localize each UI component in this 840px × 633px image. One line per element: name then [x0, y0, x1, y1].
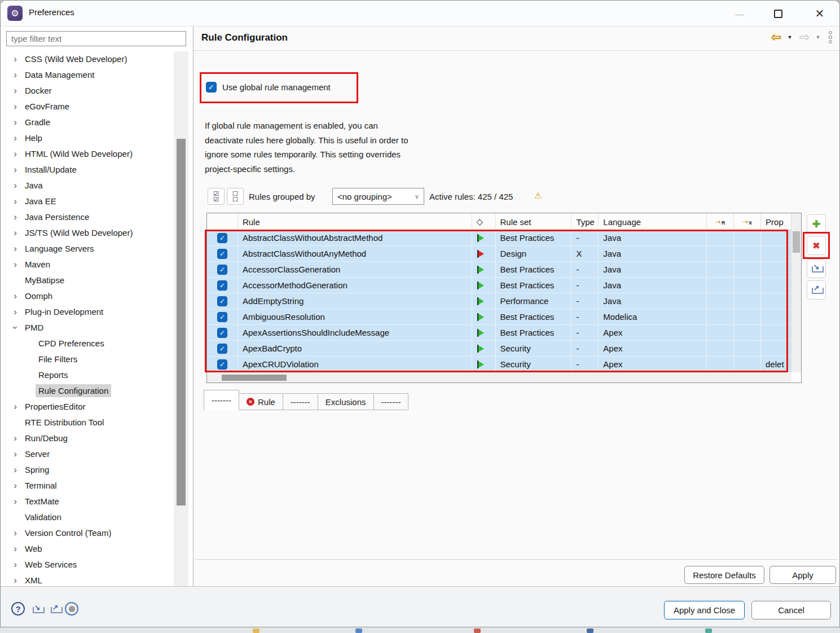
- minimize-button[interactable]: —: [731, 5, 748, 22]
- rule-checkbox-cell[interactable]: ✓: [207, 230, 238, 246]
- column-header-fx[interactable]: ⇢X: [734, 213, 761, 230]
- sidebar-item-propertieseditor[interactable]: ›PropertiesEditor: [1, 398, 173, 414]
- close-button[interactable]: ✕: [811, 5, 828, 22]
- rule-checkbox-cell[interactable]: ✓: [207, 246, 238, 262]
- sidebar-item-pmd[interactable]: ›PMD: [1, 319, 173, 335]
- table-row-apexassertionsshouldincludemessage[interactable]: ✓ApexAssertionsShouldIncludeMessageBest …: [207, 325, 791, 341]
- apply-and-close-button[interactable]: Apply and Close: [664, 601, 745, 619]
- rule-checkbox-cell[interactable]: ✓: [207, 293, 238, 309]
- sidebar-item-js-ts-wild-web-developer[interactable]: ›JS/TS (Wild Web Developer): [1, 225, 173, 240]
- table-row-ambiguousresolution[interactable]: ✓AmbiguousResolutionBest Practices-Model…: [207, 309, 791, 325]
- tree-chevron-icon[interactable]: ›: [8, 433, 22, 443]
- tree-chevron-icon[interactable]: ›: [8, 86, 22, 95]
- table-vertical-scrollbar[interactable]: [791, 213, 801, 372]
- import-rules-button[interactable]: ↘: [807, 259, 826, 278]
- help-button[interactable]: ?: [11, 602, 25, 616]
- tree-chevron-icon[interactable]: ›: [8, 196, 22, 206]
- tree-chevron-icon[interactable]: ›: [8, 117, 22, 127]
- column-header-flag[interactable]: ◇: [472, 213, 496, 230]
- view-menu-icon[interactable]: [826, 30, 835, 45]
- grouping-combo[interactable]: <no grouping> ∨: [332, 188, 424, 205]
- tree-chevron-icon[interactable]: ›: [8, 228, 22, 238]
- tree-chevron-icon[interactable]: ›: [8, 165, 22, 174]
- sidebar-item-java-ee[interactable]: ›Java EE: [1, 193, 173, 209]
- sidebar-item-version-control-team[interactable]: ›Version Control (Team): [1, 525, 173, 540]
- table-row-accessorclassgeneration[interactable]: ✓AccessorClassGenerationBest Practices-J…: [207, 262, 791, 278]
- tree-chevron-icon[interactable]: ›: [8, 212, 22, 222]
- rule-checkbox[interactable]: ✓: [217, 296, 227, 306]
- tree-chevron-icon[interactable]: ›: [8, 307, 22, 316]
- table-vertical-scrollbar-thumb[interactable]: [793, 231, 800, 253]
- sidebar-item-rule-configuration[interactable]: Rule Configuration: [1, 383, 173, 398]
- tab-dashes-2[interactable]: -------: [283, 393, 318, 410]
- tree-chevron-icon[interactable]: ›: [8, 102, 22, 111]
- cancel-button[interactable]: Cancel: [751, 601, 831, 619]
- sidebar-item-css-wild-web-developer[interactable]: ›CSS (Wild Web Developer): [1, 51, 173, 67]
- rule-checkbox-cell[interactable]: ✓: [207, 309, 238, 325]
- tree-chevron-icon[interactable]: ›: [8, 54, 22, 64]
- tab-exclusions[interactable]: Exclusions: [318, 393, 374, 410]
- sidebar-item-validation[interactable]: Validation: [1, 509, 173, 525]
- export-preferences-button[interactable]: ↗: [48, 602, 63, 617]
- sidebar-scrollbar-thumb[interactable]: [177, 139, 186, 505]
- maximize-button[interactable]: [769, 5, 786, 22]
- sidebar-item-oomph[interactable]: ›Oomph: [1, 288, 173, 304]
- tree-chevron-icon[interactable]: ›: [8, 575, 22, 585]
- rule-checkbox[interactable]: ✓: [217, 344, 227, 354]
- rule-checkbox[interactable]: ✓: [217, 280, 227, 291]
- tree-chevron-icon[interactable]: ›: [8, 70, 22, 80]
- column-header-name[interactable]: Rule: [238, 213, 472, 230]
- sidebar-item-install-update[interactable]: ›Install/Update: [1, 161, 173, 177]
- rule-checkbox-cell[interactable]: ✓: [207, 325, 238, 341]
- rule-checkbox[interactable]: ✓: [217, 233, 227, 243]
- back-history-dropdown-icon[interactable]: ▼: [785, 30, 795, 45]
- table-row-apexbadcrypto[interactable]: ✓ApexBadCryptoSecurity-Apex: [207, 341, 791, 357]
- tree-chevron-icon[interactable]: ›: [8, 402, 22, 411]
- sidebar-item-java-persistence[interactable]: ›Java Persistence: [1, 209, 173, 225]
- rule-checkbox[interactable]: ✓: [217, 359, 227, 370]
- tree-chevron-icon[interactable]: ›: [8, 260, 22, 269]
- preference-recorder-button[interactable]: [65, 602, 78, 616]
- tab-rule[interactable]: ✕Rule: [239, 393, 283, 410]
- tree-chevron-icon[interactable]: ›: [8, 181, 22, 190]
- rule-checkbox[interactable]: ✓: [217, 265, 227, 275]
- table-row-accessormethodgeneration[interactable]: ✓AccessorMethodGenerationBest Practices-…: [207, 278, 791, 293]
- table-row-addemptystring[interactable]: ✓AddEmptyStringPerformance-Java: [207, 293, 791, 309]
- forward-history-dropdown-icon[interactable]: ▼: [813, 30, 823, 45]
- sidebar-item-rte-distribution-tool[interactable]: RTE Distribution Tool: [1, 414, 173, 430]
- sidebar-item-reports[interactable]: Reports: [1, 367, 173, 383]
- sidebar-item-html-wild-web-developer[interactable]: ›HTML (Wild Web Developer): [1, 146, 173, 161]
- delete-rule-button[interactable]: ✖: [807, 236, 826, 255]
- tree-chevron-icon[interactable]: ›: [8, 496, 22, 506]
- sidebar-item-run-debug[interactable]: ›Run/Debug: [1, 430, 173, 446]
- sidebar-item-spring[interactable]: ›Spring: [1, 461, 173, 477]
- use-global-rule-management-row[interactable]: ✓ Use global rule management: [206, 82, 331, 93]
- export-rules-button[interactable]: ↗: [807, 280, 826, 300]
- sidebar-scrollbar[interactable]: [174, 51, 188, 586]
- restore-defaults-button[interactable]: Restore Defaults: [684, 566, 764, 584]
- deselect-all-rules-button[interactable]: ☐ ☐: [227, 188, 244, 205]
- tree-chevron-icon[interactable]: ›: [11, 320, 20, 334]
- column-header-ruleset[interactable]: Rule set: [496, 213, 572, 230]
- table-horizontal-scrollbar-thumb[interactable]: [222, 375, 287, 381]
- tab-dashes-0[interactable]: -------: [204, 390, 239, 410]
- tree-chevron-icon[interactable]: ›: [8, 449, 22, 459]
- rule-checkbox[interactable]: ✓: [217, 312, 227, 322]
- sidebar-item-maven[interactable]: ›Maven: [1, 256, 173, 272]
- column-header-prop[interactable]: Prop: [761, 213, 791, 230]
- table-row-apexcrudviolation[interactable]: ✓ApexCRUDViolationSecurity-Apexdelet: [207, 357, 791, 372]
- sidebar-item-data-management[interactable]: ›Data Management: [1, 67, 173, 82]
- import-preferences-button[interactable]: ↘: [30, 602, 45, 617]
- tree-chevron-icon[interactable]: ›: [8, 465, 22, 474]
- column-header-language[interactable]: Language: [599, 213, 707, 230]
- tree-chevron-icon[interactable]: ›: [8, 481, 22, 490]
- tree-chevron-icon[interactable]: ›: [8, 291, 22, 301]
- apply-button[interactable]: Apply: [769, 566, 836, 584]
- filter-input[interactable]: [6, 31, 186, 46]
- table-horizontal-scrollbar[interactable]: [207, 372, 791, 383]
- sidebar-item-cpd-preferences[interactable]: CPD Preferences: [1, 335, 173, 351]
- rule-checkbox[interactable]: ✓: [217, 328, 227, 338]
- rule-checkbox-cell[interactable]: ✓: [207, 357, 238, 372]
- sidebar-item-language-servers[interactable]: ›Language Servers: [1, 240, 173, 256]
- sidebar-item-xml[interactable]: ›XML: [1, 572, 173, 588]
